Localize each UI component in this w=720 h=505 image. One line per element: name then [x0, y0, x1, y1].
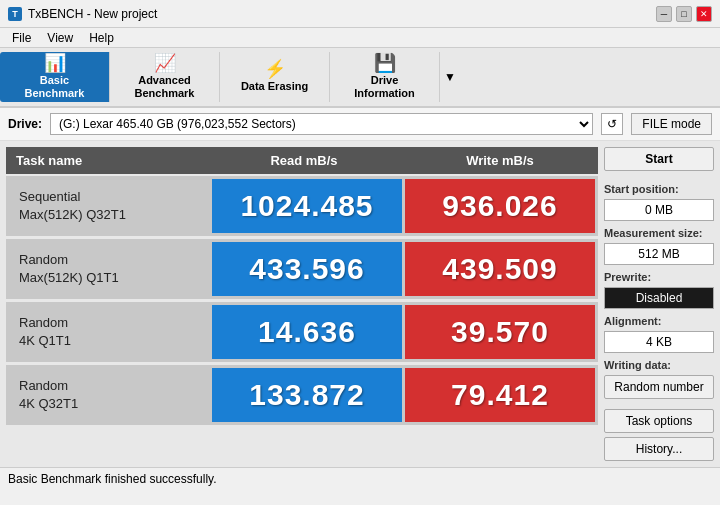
tab-advanced-benchmark[interactable]: 📈 AdvancedBenchmark: [110, 52, 220, 102]
basic-benchmark-icon: 📊: [44, 54, 66, 72]
read-value-random-512k: 433.596: [249, 252, 364, 286]
row-label-random-512k: RandomMax(512K) Q1T1: [9, 242, 209, 296]
drive-label: Drive:: [8, 117, 42, 131]
prewrite-value: Disabled: [604, 287, 714, 309]
table-row: Random4K Q1T1 14.636 39.570: [6, 302, 598, 362]
maximize-button[interactable]: □: [676, 6, 692, 22]
title-bar: T TxBENCH - New project ─ □ ✕: [0, 0, 720, 28]
data-erasing-label: Data Erasing: [241, 80, 308, 93]
writing-data-button[interactable]: Random number: [604, 375, 714, 399]
right-panel: Start Start position: 0 MB Measurement s…: [604, 147, 714, 461]
write-cell-sequential: 936.026: [405, 179, 595, 233]
window-title: TxBENCH - New project: [28, 7, 157, 21]
prewrite-label: Prewrite:: [604, 271, 714, 283]
alignment-label: Alignment:: [604, 315, 714, 327]
benchmark-table: Task name Read mB/s Write mB/s Sequentia…: [6, 147, 598, 461]
read-cell-random-4k-q32: 133.872: [212, 368, 402, 422]
toolbar: 📊 BasicBenchmark 📈 AdvancedBenchmark ⚡ D…: [0, 48, 720, 108]
tab-drive-information[interactable]: 💾 DriveInformation: [330, 52, 440, 102]
drive-information-label: DriveInformation: [354, 74, 415, 100]
advanced-benchmark-icon: 📈: [154, 54, 176, 72]
write-value-random-512k: 439.509: [442, 252, 557, 286]
status-message: Basic Benchmark finished successfully.: [8, 472, 217, 486]
start-position-label: Start position:: [604, 183, 714, 195]
row-label-sequential: SequentialMax(512K) Q32T1: [9, 179, 209, 233]
minimize-button[interactable]: ─: [656, 6, 672, 22]
file-mode-button[interactable]: FILE mode: [631, 113, 712, 135]
table-row: Random4K Q32T1 133.872 79.412: [6, 365, 598, 425]
table-row: RandomMax(512K) Q1T1 433.596 439.509: [6, 239, 598, 299]
read-value-sequential: 1024.485: [240, 189, 373, 223]
history-button[interactable]: History...: [604, 437, 714, 461]
data-erasing-icon: ⚡: [264, 60, 286, 78]
start-button[interactable]: Start: [604, 147, 714, 171]
drive-bar: Drive: (G:) Lexar 465.40 GB (976,023,552…: [0, 108, 720, 141]
tab-basic-benchmark[interactable]: 📊 BasicBenchmark: [0, 52, 110, 102]
menu-view[interactable]: View: [39, 30, 81, 46]
drive-refresh-button[interactable]: ↺: [601, 113, 623, 135]
write-value-sequential: 936.026: [442, 189, 557, 223]
drive-information-icon: 💾: [374, 54, 396, 72]
menu-file[interactable]: File: [4, 30, 39, 46]
table-row: SequentialMax(512K) Q32T1 1024.485 936.0…: [6, 176, 598, 236]
col-read: Read mB/s: [206, 147, 402, 174]
write-cell-random-512k: 439.509: [405, 242, 595, 296]
row-label-random-4k-q32: Random4K Q32T1: [9, 368, 209, 422]
read-cell-sequential: 1024.485: [212, 179, 402, 233]
toolbar-chevron[interactable]: ▼: [440, 66, 460, 88]
read-value-random-4k-q32: 133.872: [249, 378, 364, 412]
main-content: Task name Read mB/s Write mB/s Sequentia…: [0, 141, 720, 467]
app-icon: T: [8, 7, 22, 21]
menu-bar: File View Help: [0, 28, 720, 48]
write-cell-random-4k-q1: 39.570: [405, 305, 595, 359]
status-bar: Basic Benchmark finished successfully.: [0, 467, 720, 489]
write-value-random-4k-q1: 39.570: [451, 315, 549, 349]
tab-data-erasing[interactable]: ⚡ Data Erasing: [220, 52, 330, 102]
title-bar-controls: ─ □ ✕: [656, 6, 712, 22]
write-value-random-4k-q32: 79.412: [451, 378, 549, 412]
task-options-button[interactable]: Task options: [604, 409, 714, 433]
table-header: Task name Read mB/s Write mB/s: [6, 147, 598, 174]
alignment-value: 4 KB: [604, 331, 714, 353]
close-button[interactable]: ✕: [696, 6, 712, 22]
measurement-size-label: Measurement size:: [604, 227, 714, 239]
menu-help[interactable]: Help: [81, 30, 122, 46]
write-cell-random-4k-q32: 79.412: [405, 368, 595, 422]
drive-select[interactable]: (G:) Lexar 465.40 GB (976,023,552 Sector…: [50, 113, 593, 135]
start-position-value: 0 MB: [604, 199, 714, 221]
read-cell-random-4k-q1: 14.636: [212, 305, 402, 359]
advanced-benchmark-label: AdvancedBenchmark: [135, 74, 195, 100]
basic-benchmark-label: BasicBenchmark: [25, 74, 85, 100]
read-cell-random-512k: 433.596: [212, 242, 402, 296]
measurement-size-value: 512 MB: [604, 243, 714, 265]
row-label-random-4k-q1: Random4K Q1T1: [9, 305, 209, 359]
writing-data-label: Writing data:: [604, 359, 714, 371]
col-write: Write mB/s: [402, 147, 598, 174]
col-task-name: Task name: [6, 147, 206, 174]
read-value-random-4k-q1: 14.636: [258, 315, 356, 349]
title-bar-left: T TxBENCH - New project: [8, 7, 157, 21]
